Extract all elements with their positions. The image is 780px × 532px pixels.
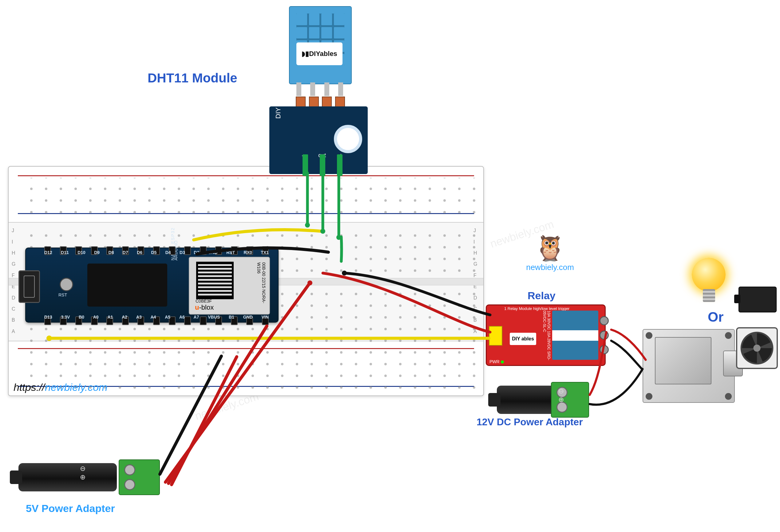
diyables-logo: ◗▮ DIYables — [296, 42, 342, 65]
relay-jumper — [489, 326, 502, 346]
relay-top-text: 1 Relay Module high/low level trigger — [504, 306, 570, 311]
dht-pcb-brand: DIY ables — [274, 90, 282, 119]
relay-module: 1 Relay Module high/low level trigger DI… — [486, 304, 606, 366]
relay-brand: DIY ables — [510, 333, 536, 345]
dc-jack-5v: ⊖⊕ — [18, 455, 160, 498]
reset-label: RST — [58, 292, 67, 297]
shield-rev: 00B-00 22/15 NORA-W106 — [256, 262, 266, 314]
nano-pinlabels-top: D12D11D10 D9D8D7 D6D5D4 D3D2GND RSTRX0TX… — [44, 250, 269, 255]
relay-coil — [552, 310, 598, 360]
qr-code — [196, 262, 234, 299]
wifi-shield: 00B-00 22/15 NORA-W106 u-blox C0BE3F — [189, 257, 270, 315]
mcu-chip — [87, 263, 167, 306]
dht11-module: ◗▮ DIYables DIY ables – out + — [267, 6, 372, 185]
relay-spec: 10A 30VDC 10A 28VDC SRD-05VDC-SL-C — [542, 310, 551, 366]
lightbulb-icon — [689, 258, 729, 307]
ublox-logo: u-blox — [195, 303, 214, 311]
adapter-12v-label: 12V DC Power Adapter — [477, 417, 583, 428]
relay-screw-terminals — [599, 314, 607, 357]
or-label: Or — [708, 309, 723, 325]
solenoid-lock — [643, 329, 735, 403]
usb-c-port — [18, 270, 40, 303]
dht11-label: DHT11 Module — [148, 71, 237, 86]
fan-icon — [736, 327, 778, 369]
reset-button — [60, 278, 73, 291]
dc-jack-12v: ⊖⊕ — [497, 378, 589, 421]
arduino-nano-esp32: RST NANO ESP32 ARDUINO 00B-00 22/15 NORA… — [25, 248, 279, 323]
adapter-5v-label: 5V Power Adapter — [26, 502, 115, 515]
nano-pinlabels-bottom: D133.3VB0 A0A1A2 A3A4A5 A6A7VBUS B1GNDVI… — [44, 315, 269, 320]
relay-pwr-led-label: PWR — [489, 359, 504, 364]
site-link: https://newbiely.com — [13, 381, 108, 393]
svg-point-7 — [753, 344, 760, 351]
newbiely-logo: 🦉 newbiely.com — [518, 234, 582, 286]
relay-label: Relay — [528, 290, 555, 302]
pump-icon — [738, 287, 777, 312]
shield-code: C0BE3F — [196, 299, 212, 303]
